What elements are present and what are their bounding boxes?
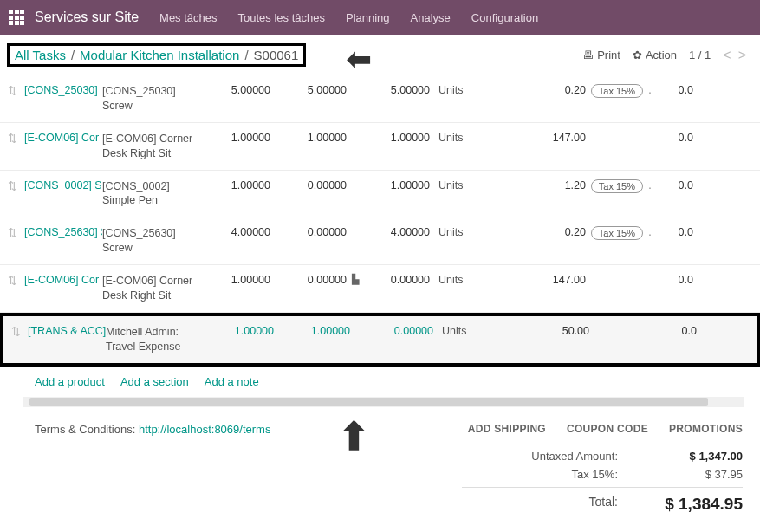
description: [CONS_25030] Screw: [102, 84, 198, 114]
scrollbar-thumb[interactable]: [29, 398, 708, 406]
product-link[interactable]: [E-COM06] Cor: [24, 132, 102, 144]
subtotal: 0.0: [657, 226, 700, 238]
qty-ordered[interactable]: 1.00000: [198, 132, 274, 144]
drag-handle-icon[interactable]: ⇅: [0, 226, 24, 239]
unit-price[interactable]: 147.00: [468, 132, 589, 144]
drag-handle-icon[interactable]: ⇅: [3, 325, 28, 338]
print-icon: 🖶: [582, 49, 594, 62]
footer-zone: ⬆ Terms & Conditions: http://localhost:8…: [0, 423, 760, 533]
drag-handle-icon[interactable]: ⇅: [0, 274, 24, 287]
breadcrumb-sep: /: [244, 48, 248, 62]
qty-delivered[interactable]: 1.00000: [277, 325, 354, 337]
tax-cell[interactable]: Tax 15%: [589, 179, 643, 193]
pager-prev[interactable]: <: [723, 48, 731, 63]
tax-tag[interactable]: Tax 15%: [591, 226, 643, 240]
uom: Units: [433, 179, 468, 191]
qty-invoiced: 0.00000: [369, 325, 437, 337]
order-line[interactable]: ⇅[E-COM06] Cor[E-COM06] Corner Desk Righ…: [0, 265, 760, 313]
action-button[interactable]: ✿ Action: [633, 49, 677, 62]
nav-analyse[interactable]: Analyse: [411, 11, 451, 24]
add-section[interactable]: Add a section: [120, 375, 189, 388]
tax-cell[interactable]: Tax 15%: [589, 226, 643, 240]
breadcrumb-root[interactable]: All Tasks: [15, 48, 66, 62]
nav-all-tasks[interactable]: Toutes les tâches: [238, 11, 325, 24]
product-link[interactable]: [CONS_25030]: [24, 84, 102, 96]
pager-next[interactable]: >: [738, 48, 746, 63]
untaxed-line: Untaxed Amount: $ 1,347.00: [462, 447, 743, 465]
unit-price[interactable]: 1.20: [468, 179, 589, 191]
uom: Units: [433, 226, 468, 238]
qty-invoiced: 1.00000: [366, 179, 433, 191]
nav-config[interactable]: Configuration: [471, 11, 538, 24]
tax-label: Tax 15%:: [497, 468, 618, 481]
description: [CONS_0002] Simple Pen: [102, 179, 198, 209]
description: [E-COM06] Corner Desk Right Sit: [102, 132, 198, 161]
order-line[interactable]: ⇅[CONS_0002] Si[CONS_0002] Simple Pen1.0…: [0, 171, 760, 218]
product-link[interactable]: [CONS_25630] S: [24, 226, 102, 238]
qty-delivered[interactable]: 1.00000: [274, 132, 350, 144]
qty-ordered[interactable]: 1.00000: [198, 179, 274, 191]
qty-delivered[interactable]: 0.00000: [274, 274, 350, 286]
subtotal: 0.0: [657, 132, 700, 144]
terms: Terms & Conditions: http://localhost:806…: [35, 423, 270, 436]
tax-cell[interactable]: Tax 15%: [589, 84, 643, 98]
qty-invoiced: 4.00000: [366, 226, 433, 238]
qty-delivered[interactable]: 0.00000: [274, 179, 350, 191]
unit-price[interactable]: 0.20: [468, 84, 589, 96]
drag-handle-icon[interactable]: ⇅: [0, 179, 24, 192]
action-label: Action: [646, 49, 677, 62]
promotions[interactable]: PROMOTIONS: [669, 423, 743, 435]
drag-handle-icon[interactable]: ⇅: [0, 84, 24, 97]
breadcrumb: All Tasks / Modular Kitchen Installation…: [7, 43, 306, 67]
nav-my-tasks[interactable]: Mes tâches: [159, 11, 217, 24]
annotation-arrow-left-icon: ⬅: [347, 42, 371, 76]
subtotal: 0.0: [657, 179, 700, 191]
description: [E-COM06] Corner Desk Right Sit: [102, 274, 198, 303]
subtotal: 0.0: [657, 274, 700, 286]
total-label: Total:: [497, 495, 618, 514]
forecast-icon[interactable]: ▙: [350, 274, 366, 285]
total-value: $ 1,384.95: [639, 495, 743, 514]
add-shipping[interactable]: ADD SHIPPING: [468, 423, 546, 435]
qty-ordered[interactable]: 1.00000: [201, 325, 277, 337]
qty-delivered[interactable]: 5.00000: [274, 84, 350, 96]
gear-icon: ✿: [633, 49, 642, 62]
drag-handle-icon[interactable]: ⇅: [0, 132, 24, 145]
tax-tag[interactable]: Tax 15%: [591, 84, 643, 98]
add-product[interactable]: Add a product: [35, 375, 105, 388]
coupon-code[interactable]: COUPON CODE: [567, 423, 648, 435]
unit-price[interactable]: 50.00: [471, 325, 593, 337]
horizontal-scrollbar[interactable]: [23, 397, 744, 407]
nav-planning[interactable]: Planning: [346, 11, 390, 24]
order-line[interactable]: ⇅[CONS_25030][CONS_25030] Screw5.000005.…: [0, 75, 760, 123]
add-line-row: Add a product Add a section Add a note: [0, 367, 760, 397]
product-link[interactable]: [CONS_0002] Si: [24, 179, 102, 191]
apps-icon[interactable]: [9, 10, 24, 25]
overflow-dot: .: [643, 179, 657, 191]
product-link[interactable]: [E-COM06] Cor: [24, 274, 102, 286]
qty-delivered[interactable]: 0.00000: [274, 226, 350, 238]
order-line[interactable]: ⇅[E-COM06] Cor[E-COM06] Corner Desk Righ…: [0, 123, 760, 171]
order-lines: ⇅[CONS_25030][CONS_25030] Screw5.000005.…: [0, 75, 760, 367]
unit-price[interactable]: 147.00: [468, 274, 589, 286]
order-line[interactable]: ⇅[TRANS & ACC]Mitchell Admin: Travel Exp…: [0, 313, 760, 367]
order-line[interactable]: ⇅[CONS_25630] S[CONS_25630] Screw4.00000…: [0, 217, 760, 265]
qty-ordered[interactable]: 1.00000: [198, 274, 274, 286]
unit-price[interactable]: 0.20: [468, 226, 589, 238]
product-link[interactable]: [TRANS & ACC]: [28, 325, 106, 337]
app-title: Services sur Site: [35, 10, 139, 25]
untaxed-value: $ 1,347.00: [639, 450, 743, 463]
qty-ordered[interactable]: 5.00000: [198, 84, 274, 96]
uom: Units: [437, 325, 471, 337]
uom: Units: [433, 132, 468, 144]
qty-ordered[interactable]: 4.00000: [198, 226, 274, 238]
nav-menu: Mes tâches Toutes les tâches Planning An…: [159, 11, 538, 24]
breadcrumb-parent[interactable]: Modular Kitchen Installation: [80, 48, 239, 62]
tax-tag[interactable]: Tax 15%: [591, 179, 643, 193]
add-note[interactable]: Add a note: [205, 375, 259, 388]
pager-count: 1 / 1: [689, 49, 711, 62]
total-line: Total: $ 1,384.95: [462, 487, 743, 516]
print-button[interactable]: 🖶 Print: [582, 49, 620, 62]
subtotal: 0.0: [657, 84, 700, 96]
terms-link[interactable]: http://localhost:8069/terms: [139, 423, 270, 436]
